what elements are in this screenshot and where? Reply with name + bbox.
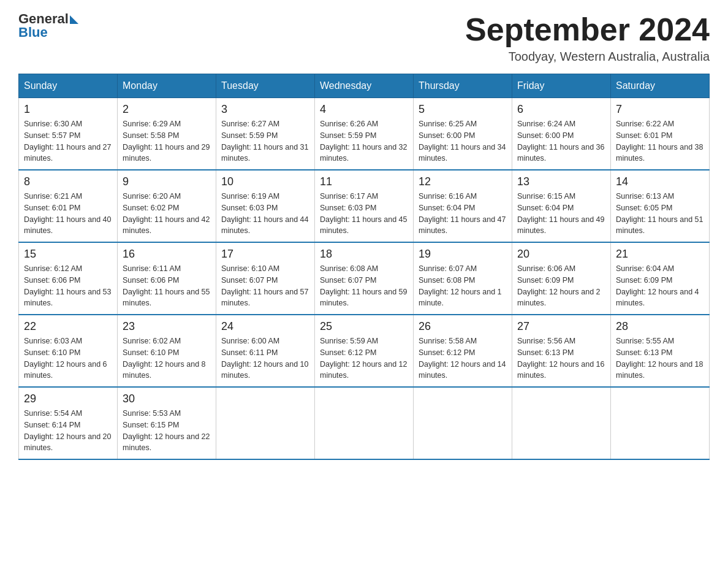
day-info: Sunrise: 6:04 AMSunset: 6:09 PMDaylight:… <box>616 263 704 309</box>
table-row: 15Sunrise: 6:12 AMSunset: 6:06 PMDayligh… <box>19 242 118 315</box>
table-row: 7Sunrise: 6:22 AMSunset: 6:01 PMDaylight… <box>611 98 710 170</box>
day-number: 27 <box>517 320 605 333</box>
day-number: 3 <box>221 103 309 116</box>
day-number: 16 <box>123 248 211 261</box>
day-info: Sunrise: 6:22 AMSunset: 6:01 PMDaylight:… <box>616 118 704 164</box>
day-info: Sunrise: 6:27 AMSunset: 5:59 PMDaylight:… <box>221 118 309 164</box>
day-number: 12 <box>419 175 507 188</box>
day-info: Sunrise: 5:56 AMSunset: 6:13 PMDaylight:… <box>517 335 605 381</box>
table-row: 5Sunrise: 6:25 AMSunset: 6:00 PMDaylight… <box>414 98 512 170</box>
logo-text-blue: Blue <box>18 26 78 39</box>
day-number: 8 <box>24 175 112 188</box>
day-number: 17 <box>221 248 309 261</box>
table-row: 12Sunrise: 6:16 AMSunset: 6:04 PMDayligh… <box>414 170 512 242</box>
day-info: Sunrise: 5:54 AMSunset: 6:14 PMDaylight:… <box>24 408 112 454</box>
day-number: 5 <box>419 103 507 116</box>
table-row: 19Sunrise: 6:07 AMSunset: 6:08 PMDayligh… <box>414 242 512 315</box>
calendar-week-row: 8Sunrise: 6:21 AMSunset: 6:01 PMDaylight… <box>19 170 710 242</box>
day-number: 6 <box>517 103 605 116</box>
day-number: 1 <box>24 103 112 116</box>
table-row: 11Sunrise: 6:17 AMSunset: 6:03 PMDayligh… <box>315 170 414 242</box>
day-number: 26 <box>419 320 507 333</box>
day-info: Sunrise: 6:03 AMSunset: 6:10 PMDaylight:… <box>24 335 112 381</box>
table-row: 26Sunrise: 5:58 AMSunset: 6:12 PMDayligh… <box>414 315 512 387</box>
day-info: Sunrise: 5:55 AMSunset: 6:13 PMDaylight:… <box>616 335 704 381</box>
day-number: 13 <box>517 175 605 188</box>
day-number: 30 <box>123 393 211 405</box>
calendar-week-row: 1Sunrise: 6:30 AMSunset: 5:57 PMDaylight… <box>19 98 710 170</box>
day-number: 15 <box>24 248 112 261</box>
col-header-tuesday: Tuesday <box>216 74 315 98</box>
table-row: 29Sunrise: 5:54 AMSunset: 6:14 PMDayligh… <box>19 387 118 459</box>
calendar-week-row: 29Sunrise: 5:54 AMSunset: 6:14 PMDayligh… <box>19 387 710 459</box>
table-row: 14Sunrise: 6:13 AMSunset: 6:05 PMDayligh… <box>611 170 710 242</box>
table-row: 25Sunrise: 5:59 AMSunset: 6:12 PMDayligh… <box>315 315 414 387</box>
table-row: 24Sunrise: 6:00 AMSunset: 6:11 PMDayligh… <box>216 315 315 387</box>
table-row: 18Sunrise: 6:08 AMSunset: 6:07 PMDayligh… <box>315 242 414 315</box>
day-info: Sunrise: 6:25 AMSunset: 6:00 PMDaylight:… <box>419 118 507 164</box>
day-info: Sunrise: 6:06 AMSunset: 6:09 PMDaylight:… <box>517 263 605 309</box>
calendar-header-row: Sunday Monday Tuesday Wednesday Thursday… <box>19 74 710 98</box>
table-row <box>512 387 611 459</box>
day-info: Sunrise: 6:17 AMSunset: 6:03 PMDaylight:… <box>320 191 408 237</box>
day-number: 23 <box>123 320 211 333</box>
day-number: 18 <box>320 248 408 261</box>
table-row: 1Sunrise: 6:30 AMSunset: 5:57 PMDaylight… <box>19 98 118 170</box>
table-row: 28Sunrise: 5:55 AMSunset: 6:13 PMDayligh… <box>611 315 710 387</box>
day-info: Sunrise: 6:07 AMSunset: 6:08 PMDaylight:… <box>419 263 507 309</box>
day-number: 10 <box>221 175 309 188</box>
day-number: 25 <box>320 320 408 333</box>
day-number: 28 <box>616 320 704 333</box>
table-row: 3Sunrise: 6:27 AMSunset: 5:59 PMDaylight… <box>216 98 315 170</box>
table-row: 4Sunrise: 6:26 AMSunset: 5:59 PMDaylight… <box>315 98 414 170</box>
day-info: Sunrise: 6:10 AMSunset: 6:07 PMDaylight:… <box>221 263 309 309</box>
day-number: 4 <box>320 103 408 116</box>
day-info: Sunrise: 6:21 AMSunset: 6:01 PMDaylight:… <box>24 191 112 237</box>
day-number: 11 <box>320 175 408 188</box>
day-number: 22 <box>24 320 112 333</box>
table-row: 9Sunrise: 6:20 AMSunset: 6:02 PMDaylight… <box>118 170 216 242</box>
col-header-thursday: Thursday <box>414 74 512 98</box>
table-row: 22Sunrise: 6:03 AMSunset: 6:10 PMDayligh… <box>19 315 118 387</box>
table-row: 8Sunrise: 6:21 AMSunset: 6:01 PMDaylight… <box>19 170 118 242</box>
table-row <box>611 387 710 459</box>
month-title: September 2024 <box>465 12 710 47</box>
table-row: 20Sunrise: 6:06 AMSunset: 6:09 PMDayligh… <box>512 242 611 315</box>
table-row <box>414 387 512 459</box>
page-header: General Blue September 2024 Toodyay, Wes… <box>18 12 710 64</box>
day-info: Sunrise: 6:13 AMSunset: 6:05 PMDaylight:… <box>616 191 704 237</box>
day-info: Sunrise: 6:30 AMSunset: 5:57 PMDaylight:… <box>24 118 112 164</box>
table-row <box>216 387 315 459</box>
calendar-table: Sunday Monday Tuesday Wednesday Thursday… <box>18 74 710 460</box>
day-info: Sunrise: 6:29 AMSunset: 5:58 PMDaylight:… <box>123 118 211 164</box>
day-info: Sunrise: 6:02 AMSunset: 6:10 PMDaylight:… <box>123 335 211 381</box>
location-subtitle: Toodyay, Western Australia, Australia <box>465 50 710 64</box>
day-number: 21 <box>616 248 704 261</box>
logo-triangle-icon <box>70 15 78 24</box>
calendar-week-row: 22Sunrise: 6:03 AMSunset: 6:10 PMDayligh… <box>19 315 710 387</box>
day-info: Sunrise: 5:53 AMSunset: 6:15 PMDaylight:… <box>123 408 211 454</box>
col-header-saturday: Saturday <box>611 74 710 98</box>
table-row: 21Sunrise: 6:04 AMSunset: 6:09 PMDayligh… <box>611 242 710 315</box>
calendar-week-row: 15Sunrise: 6:12 AMSunset: 6:06 PMDayligh… <box>19 242 710 315</box>
day-info: Sunrise: 6:16 AMSunset: 6:04 PMDaylight:… <box>419 191 507 237</box>
col-header-monday: Monday <box>118 74 216 98</box>
day-info: Sunrise: 6:19 AMSunset: 6:03 PMDaylight:… <box>221 191 309 237</box>
day-number: 9 <box>123 175 211 188</box>
table-row: 16Sunrise: 6:11 AMSunset: 6:06 PMDayligh… <box>118 242 216 315</box>
day-number: 20 <box>517 248 605 261</box>
day-info: Sunrise: 5:59 AMSunset: 6:12 PMDaylight:… <box>320 335 408 381</box>
day-number: 14 <box>616 175 704 188</box>
day-info: Sunrise: 6:20 AMSunset: 6:02 PMDaylight:… <box>123 191 211 237</box>
table-row: 30Sunrise: 5:53 AMSunset: 6:15 PMDayligh… <box>118 387 216 459</box>
title-area: September 2024 Toodyay, Western Australi… <box>465 12 710 64</box>
logo-text-general: General <box>18 12 69 26</box>
col-header-wednesday: Wednesday <box>315 74 414 98</box>
day-info: Sunrise: 6:08 AMSunset: 6:07 PMDaylight:… <box>320 263 408 309</box>
day-info: Sunrise: 6:12 AMSunset: 6:06 PMDaylight:… <box>24 263 112 309</box>
col-header-friday: Friday <box>512 74 611 98</box>
day-number: 2 <box>123 103 211 116</box>
day-info: Sunrise: 6:15 AMSunset: 6:04 PMDaylight:… <box>517 191 605 237</box>
day-info: Sunrise: 6:11 AMSunset: 6:06 PMDaylight:… <box>123 263 211 309</box>
day-number: 7 <box>616 103 704 116</box>
